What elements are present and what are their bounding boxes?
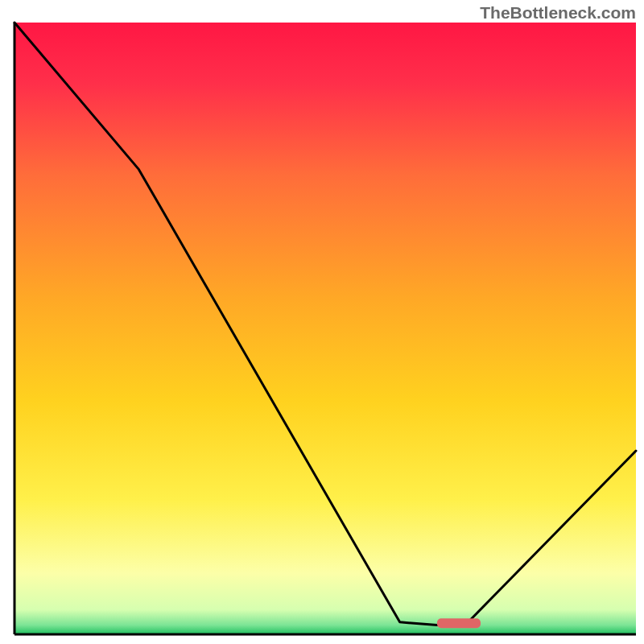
watermark-text: TheBottleneck.com [480,3,636,23]
chart-background [14,23,636,634]
optimal-marker [437,618,481,628]
chart-container: TheBottleneck.com [0,0,644,644]
bottleneck-chart [0,0,644,644]
